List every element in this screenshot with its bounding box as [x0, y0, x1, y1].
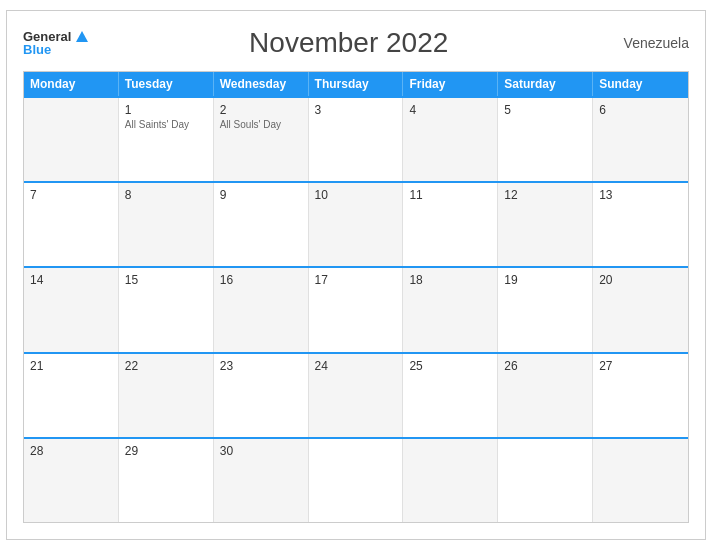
day-number: 20	[599, 273, 682, 287]
calendar-cell-w2-d2: 8	[119, 183, 214, 266]
header-saturday: Saturday	[498, 72, 593, 96]
calendar-cell-w1-d3: 2All Souls' Day	[214, 98, 309, 181]
day-number: 4	[409, 103, 491, 117]
day-number: 23	[220, 359, 302, 373]
day-number: 7	[30, 188, 112, 202]
day-number: 17	[315, 273, 397, 287]
day-number: 14	[30, 273, 112, 287]
page-header: General Blue November 2022 Venezuela	[23, 27, 689, 59]
calendar-header: Monday Tuesday Wednesday Thursday Friday…	[24, 72, 688, 96]
header-tuesday: Tuesday	[119, 72, 214, 96]
calendar-cell-w1-d4: 3	[309, 98, 404, 181]
calendar-cell-w4-d1: 21	[24, 354, 119, 437]
calendar-cell-w1-d5: 4	[403, 98, 498, 181]
calendar-cell-w2-d5: 11	[403, 183, 498, 266]
day-number: 12	[504, 188, 586, 202]
calendar-week-1: 1All Saints' Day2All Souls' Day3456	[24, 96, 688, 181]
month-title: November 2022	[88, 27, 609, 59]
calendar-cell-w2-d6: 12	[498, 183, 593, 266]
calendar-cell-w5-d1: 28	[24, 439, 119, 522]
calendar-cell-w4-d2: 22	[119, 354, 214, 437]
calendar-cell-w4-d6: 26	[498, 354, 593, 437]
day-number: 9	[220, 188, 302, 202]
header-monday: Monday	[24, 72, 119, 96]
calendar-cell-w4-d7: 27	[593, 354, 688, 437]
day-number: 22	[125, 359, 207, 373]
day-number: 11	[409, 188, 491, 202]
day-number: 5	[504, 103, 586, 117]
calendar-cell-w5-d2: 29	[119, 439, 214, 522]
calendar-week-5: 282930	[24, 437, 688, 522]
day-number: 27	[599, 359, 682, 373]
day-number: 2	[220, 103, 302, 117]
country-label: Venezuela	[609, 35, 689, 51]
day-number: 3	[315, 103, 397, 117]
header-friday: Friday	[403, 72, 498, 96]
calendar-page: General Blue November 2022 Venezuela Mon…	[6, 10, 706, 540]
calendar-cell-w1-d2: 1All Saints' Day	[119, 98, 214, 181]
logo-triangle-icon	[76, 31, 88, 42]
calendar-cell-w1-d1	[24, 98, 119, 181]
day-number: 8	[125, 188, 207, 202]
calendar-cell-w3-d1: 14	[24, 268, 119, 351]
calendar-week-3: 14151617181920	[24, 266, 688, 351]
calendar-cell-w3-d3: 16	[214, 268, 309, 351]
day-number: 24	[315, 359, 397, 373]
calendar-body: 1All Saints' Day2All Souls' Day345678910…	[24, 96, 688, 522]
calendar-cell-w5-d3: 30	[214, 439, 309, 522]
calendar-cell-w2-d7: 13	[593, 183, 688, 266]
holiday-label: All Saints' Day	[125, 119, 207, 130]
calendar-cell-w3-d7: 20	[593, 268, 688, 351]
calendar-grid: Monday Tuesday Wednesday Thursday Friday…	[23, 71, 689, 523]
logo-blue-text: Blue	[23, 43, 88, 56]
header-thursday: Thursday	[309, 72, 404, 96]
calendar-cell-w5-d4	[309, 439, 404, 522]
day-number: 15	[125, 273, 207, 287]
calendar-cell-w3-d4: 17	[309, 268, 404, 351]
calendar-cell-w2-d1: 7	[24, 183, 119, 266]
calendar-cell-w3-d2: 15	[119, 268, 214, 351]
day-number: 18	[409, 273, 491, 287]
day-number: 26	[504, 359, 586, 373]
day-number: 19	[504, 273, 586, 287]
calendar-cell-w4-d5: 25	[403, 354, 498, 437]
header-sunday: Sunday	[593, 72, 688, 96]
calendar-cell-w1-d6: 5	[498, 98, 593, 181]
day-number: 25	[409, 359, 491, 373]
calendar-cell-w2-d4: 10	[309, 183, 404, 266]
holiday-label: All Souls' Day	[220, 119, 302, 130]
calendar-cell-w5-d5	[403, 439, 498, 522]
logo: General Blue	[23, 30, 88, 56]
calendar-cell-w1-d7: 6	[593, 98, 688, 181]
calendar-week-4: 21222324252627	[24, 352, 688, 437]
day-number: 28	[30, 444, 112, 458]
day-number: 10	[315, 188, 397, 202]
calendar-cell-w2-d3: 9	[214, 183, 309, 266]
day-number: 13	[599, 188, 682, 202]
calendar-cell-w3-d5: 18	[403, 268, 498, 351]
header-wednesday: Wednesday	[214, 72, 309, 96]
calendar-cell-w4-d4: 24	[309, 354, 404, 437]
day-number: 29	[125, 444, 207, 458]
calendar-cell-w4-d3: 23	[214, 354, 309, 437]
day-number: 16	[220, 273, 302, 287]
day-number: 21	[30, 359, 112, 373]
calendar-cell-w5-d7	[593, 439, 688, 522]
calendar-cell-w3-d6: 19	[498, 268, 593, 351]
day-number: 30	[220, 444, 302, 458]
day-number: 1	[125, 103, 207, 117]
day-number: 6	[599, 103, 682, 117]
calendar-week-2: 78910111213	[24, 181, 688, 266]
calendar-cell-w5-d6	[498, 439, 593, 522]
